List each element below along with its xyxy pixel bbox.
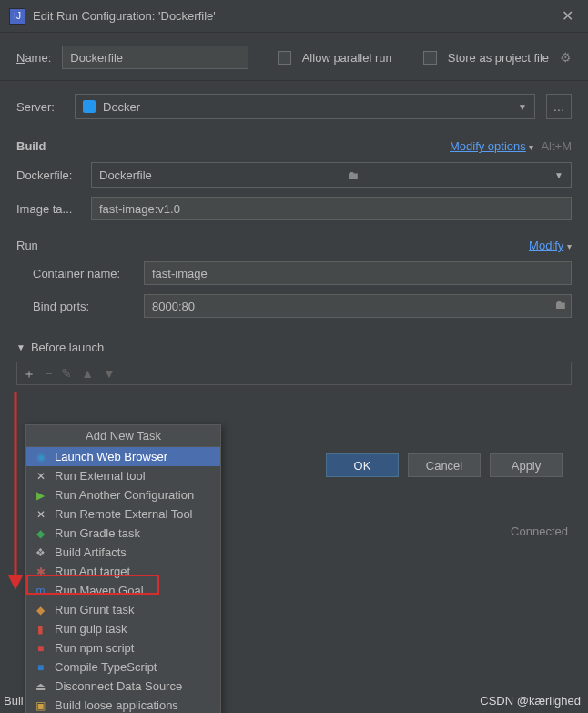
popup-item[interactable]: ◉Launch Web Browser [26,447,220,466]
popup-item[interactable]: ▶Run Another Configuration [26,485,220,504]
task-icon: ▮ [34,622,47,636]
popup-item-label: Build Artifacts [55,545,127,559]
ok-button[interactable]: OK [326,453,399,477]
connected-status: Connected [511,525,568,538]
task-icon: ⏏ [34,679,47,693]
dialog-buttons: OK Cancel Apply [326,453,563,477]
popup-item-label: Run Remote External Tool [55,507,193,521]
chevron-down-icon: ▼ [518,102,527,112]
task-icon: ✕ [34,469,47,483]
task-icon: ✕ [34,507,47,521]
server-select[interactable]: Docker ▼ [75,94,535,119]
before-launch-label: Before launch [31,341,104,354]
popup-item[interactable]: ■Compile TypeScript [26,657,220,677]
before-launch-toolbar: ＋ − ✎ ▲ ▼ [16,362,572,385]
popup-item[interactable]: ❖Build Artifacts [26,543,220,562]
image-tag-label: Image ta... [16,202,82,216]
popup-item-label: Run Another Configuration [55,488,194,502]
popup-item[interactable]: ✱Run Ant target [26,562,220,581]
edit-button: ✎ [61,367,72,380]
popup-item[interactable]: ▮Run gulp task [26,619,220,638]
task-icon: ▶ [34,488,47,502]
triangle-down-icon: ▼ [16,342,25,352]
task-icon: ◆ [34,526,47,540]
dockerfile-value: Dockerfile [99,168,152,182]
container-name-label: Container name: [33,267,135,280]
popup-item[interactable]: ✕Run Remote External Tool [26,504,220,524]
server-more-button[interactable]: … [546,94,572,119]
window-title: Edit Run Configuration: 'Dockerfile' [33,9,556,23]
task-icon: ◉ [34,450,47,463]
chevron-down-icon: ▾ [567,241,572,251]
close-icon[interactable]: ✕ [556,4,579,28]
watermark: CSDN @kærlighed [480,694,581,708]
docker-icon [83,100,96,113]
before-launch-toggle[interactable]: ▼ Before launch [16,341,572,354]
name-label: Name: [16,51,51,65]
bind-ports-input[interactable] [144,294,572,318]
chevron-down-icon: ▼ [554,170,563,180]
move-up-button: ▲ [81,367,94,380]
image-tag-input[interactable] [91,197,572,220]
task-icon: ❖ [34,545,47,559]
dockerfile-label: Dockerfile: [16,168,82,182]
allow-parallel-label: Allow parallel run [302,51,392,65]
folder-icon[interactable]: 🖿 [554,298,566,311]
apply-button[interactable]: Apply [490,453,563,477]
popup-item-label: Run gulp task [55,622,127,636]
popup-item[interactable]: ✕Run External tool [26,466,220,485]
popup-item[interactable]: ▣Build loose applications [26,696,220,713]
popup-item-label: Run Gradle task [55,526,140,540]
popup-item[interactable]: ◆Run Grunt task [26,600,220,619]
store-as-file-label: Store as project file [448,51,549,65]
popup-item[interactable]: mRun Maven Goal [26,581,220,600]
footer-left: Buil [4,694,24,708]
bind-ports-label: Bind ports: [33,300,135,313]
folder-icon[interactable]: 🖿 [347,168,359,182]
move-down-button: ▼ [103,367,116,380]
popup-item-label: Run npm script [55,641,134,655]
server-value: Docker [103,100,140,114]
cancel-button[interactable]: Cancel [408,453,481,477]
popup-item[interactable]: ◆Run Gradle task [26,524,220,543]
chevron-down-icon: ▾ [529,142,533,152]
add-button[interactable]: ＋ [23,367,35,380]
add-task-popup: Add New Task ◉Launch Web Browser✕Run Ext… [25,424,221,713]
popup-item-label: Run Maven Goal [55,584,144,597]
popup-item[interactable]: ■Run npm script [26,638,220,657]
app-icon: IJ [9,8,25,25]
allow-parallel-checkbox[interactable] [278,51,291,65]
modify-options-link[interactable]: Modify options ▾ [450,139,533,153]
container-name-input[interactable] [144,261,572,285]
popup-title: Add New Task [26,425,220,447]
task-icon: ■ [34,660,47,674]
build-section-title: Build [16,139,46,153]
name-input[interactable] [62,46,248,69]
popup-item-label: Launch Web Browser [55,450,167,463]
task-icon: ▣ [34,698,47,712]
popup-item-label: Run External tool [55,469,146,483]
remove-button: − [45,367,52,380]
dockerfile-select[interactable]: Dockerfile 🖿 ▼ [91,162,572,188]
popup-item[interactable]: ⏏Disconnect Data Source [26,677,220,696]
run-modify-link[interactable]: Modify ▾ [529,239,572,252]
task-icon: m [34,584,47,597]
run-section-title: Run [16,239,38,252]
task-icon: ■ [34,641,47,655]
gear-icon[interactable]: ⚙ [560,50,572,65]
modify-shortcut: Alt+M [541,139,572,153]
popup-item-label: Compile TypeScript [55,660,157,674]
task-icon: ✱ [34,565,47,578]
popup-item-label: Build loose applications [55,698,178,712]
popup-item-label: Run Grunt task [55,603,134,616]
titlebar: IJ Edit Run Configuration: 'Dockerfile' … [0,0,588,33]
task-icon: ◆ [34,603,47,616]
store-as-file-checkbox[interactable] [423,51,437,65]
server-label: Server: [16,100,64,114]
popup-item-label: Run Ant target [55,565,130,578]
svg-marker-1 [8,575,23,590]
popup-item-label: Disconnect Data Source [55,679,182,693]
